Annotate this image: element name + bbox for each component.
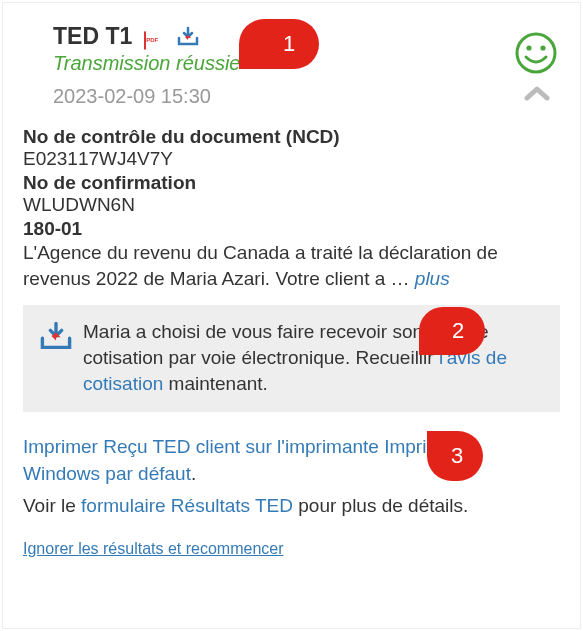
body-ellipsis: … [391, 268, 415, 289]
result-body: L'Agence du revenu du Canada a traité la… [23, 240, 560, 291]
seeform-link[interactable]: formulaire Résultats TED [81, 495, 293, 516]
conf-label: No de confirmation [23, 172, 560, 194]
code: 180-01 [23, 218, 560, 240]
print-after: . [191, 463, 196, 484]
status-text: Transmission réussie [23, 52, 560, 75]
print-link[interactable]: Imprimer Reçu TED client sur l'imprimant… [23, 436, 479, 484]
svg-point-1 [526, 45, 531, 50]
conf-value: WLUDWN6N [23, 194, 560, 216]
more-link[interactable]: plus [415, 268, 450, 289]
smile-icon [514, 31, 558, 75]
download-icon[interactable] [176, 26, 200, 50]
ignore-link[interactable]: Ignorer les résultats et recommencer [23, 540, 284, 558]
ncd-label: No de contrôle du document (NCD) [23, 126, 560, 148]
download-noa-icon[interactable] [39, 321, 73, 355]
noa-callout: Maria a choisi de vous faire recevoir so… [23, 305, 560, 412]
svg-point-0 [517, 34, 555, 72]
ncd-value: E023117WJ4V7Y [23, 148, 560, 170]
seeform-before: Voir le [23, 495, 81, 516]
svg-point-2 [540, 45, 545, 50]
timestamp: 2023-02-09 15:30 [23, 85, 560, 108]
callout-after: maintenant. [163, 373, 268, 394]
callout-before: Maria a choisi de vous faire recevoir so… [83, 321, 489, 368]
collapse-chevron-icon[interactable] [524, 85, 550, 103]
seeform-after: pour plus de détails. [293, 495, 468, 516]
result-card: 1 2 3 TED T1 Transmission réussie 2023-0… [2, 2, 581, 629]
pdf-icon[interactable] [144, 32, 164, 52]
result-title: TED T1 [53, 23, 132, 50]
